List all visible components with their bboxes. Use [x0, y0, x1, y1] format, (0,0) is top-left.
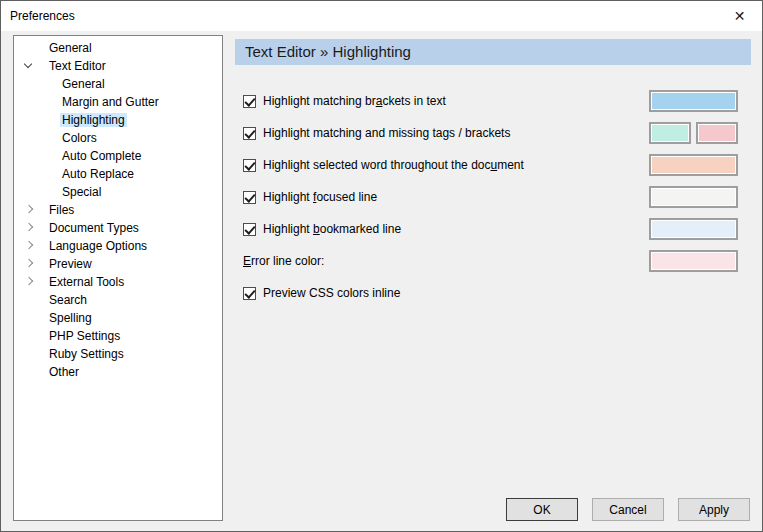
setting-label: Highlight bookmarked line	[263, 222, 401, 236]
checkbox-highlight-matching-brackets-in-text[interactable]	[243, 95, 256, 108]
color-swatch-highlight-selected-word-throughout-the-document[interactable]	[649, 154, 738, 176]
sidebar-item-general[interactable]: General	[14, 39, 222, 57]
setting-label: Highlight selected word throughout the d…	[263, 158, 524, 172]
sidebar-item-margin-and-gutter[interactable]: Margin and Gutter	[14, 93, 222, 111]
sidebar-item-other[interactable]: Other	[14, 363, 222, 381]
tree-item-label: Search	[47, 293, 89, 307]
sidebar-item-preview[interactable]: Preview	[14, 255, 222, 273]
sidebar-item-text-editor[interactable]: Text Editor	[14, 57, 222, 75]
page-title: Text Editor » Highlighting	[235, 39, 751, 65]
preferences-dialog: Preferences ✕ GeneralText EditorGeneralM…	[0, 0, 763, 532]
swatch-group	[649, 186, 738, 208]
sidebar-item-language-options[interactable]: Language Options	[14, 237, 222, 255]
setting-row-preview-css-colors-inline: Preview CSS colors inline	[235, 277, 751, 309]
setting-label: Highlight matching brackets in text	[263, 94, 446, 108]
chevron-right-icon[interactable]	[25, 259, 33, 267]
color-swatch-highlight-matching-brackets-in-text[interactable]	[649, 90, 738, 112]
setting-row-highlight-focused-line: Highlight focused line	[235, 181, 751, 213]
setting-label: Preview CSS colors inline	[263, 286, 400, 300]
sidebar-tree: GeneralText EditorGeneralMargin and Gutt…	[13, 35, 223, 521]
sidebar-item-highlighting[interactable]: Highlighting	[14, 111, 222, 129]
setting-label: Highlight matching and missing tags / br…	[263, 126, 510, 140]
tree-item-label: Auto Complete	[60, 149, 143, 163]
tree-item-label: Document Types	[47, 221, 141, 235]
sidebar-item-document-types[interactable]: Document Types	[14, 219, 222, 237]
tree-item-label: Ruby Settings	[47, 347, 126, 361]
sidebar-item-auto-replace[interactable]: Auto Replace	[14, 165, 222, 183]
checkbox-highlight-focused-line[interactable]	[243, 191, 256, 204]
close-icon: ✕	[734, 8, 746, 24]
color-swatch-highlight-matching-and-missing-tags-brackets-2[interactable]	[696, 122, 738, 144]
tree-item-label: Margin and Gutter	[60, 95, 161, 109]
apply-button[interactable]: Apply	[678, 498, 750, 521]
swatch-group	[649, 218, 738, 240]
sidebar-item-search[interactable]: Search	[14, 291, 222, 309]
tree-item-label: General	[47, 41, 94, 55]
sidebar-item-spelling[interactable]: Spelling	[14, 309, 222, 327]
sidebar-item-colors[interactable]: Colors	[14, 129, 222, 147]
sidebar-item-general[interactable]: General	[14, 75, 222, 93]
color-swatch-highlight-bookmarked-line[interactable]	[649, 218, 738, 240]
chevron-right-icon[interactable]	[25, 223, 33, 231]
tree-item-label: Language Options	[47, 239, 149, 253]
tree-item-label: PHP Settings	[47, 329, 122, 343]
tree-item-label: Preview	[47, 257, 94, 271]
setting-label: Highlight focused line	[263, 190, 377, 204]
checkbox-highlight-selected-word-throughout-the-document[interactable]	[243, 159, 256, 172]
sidebar-item-special[interactable]: Special	[14, 183, 222, 201]
chevron-right-icon[interactable]	[25, 241, 33, 249]
window-title: Preferences	[1, 9, 75, 23]
tree-item-label: Other	[47, 365, 81, 379]
tree-item-label: Spelling	[47, 311, 94, 325]
tree-item-label: General	[60, 77, 107, 91]
swatch-group	[649, 90, 738, 112]
cancel-button[interactable]: Cancel	[592, 498, 664, 521]
tree-item-label: Colors	[60, 131, 99, 145]
sidebar-item-auto-complete[interactable]: Auto Complete	[14, 147, 222, 165]
swatch-group	[649, 154, 738, 176]
color-swatch-highlight-matching-and-missing-tags-brackets-1[interactable]	[649, 122, 691, 144]
settings-rows: Highlight matching brackets in textHighl…	[235, 85, 751, 309]
sidebar-item-files[interactable]: Files	[14, 201, 222, 219]
title-bar: Preferences ✕	[1, 1, 762, 31]
tree-item-label: Files	[47, 203, 76, 217]
color-swatch-error-line-color[interactable]	[649, 250, 738, 272]
color-swatch-highlight-focused-line[interactable]	[649, 186, 738, 208]
tree-item-label: Highlighting	[60, 113, 127, 127]
setting-label: Error line color:	[243, 254, 324, 268]
setting-row-highlight-selected-word-throughout-the-document: Highlight selected word throughout the d…	[235, 149, 751, 181]
chevron-right-icon[interactable]	[25, 205, 33, 213]
chevron-right-icon[interactable]	[25, 277, 33, 285]
tree-item-label: Special	[60, 185, 103, 199]
checkbox-preview-css-colors-inline[interactable]	[243, 287, 256, 300]
swatch-group	[649, 122, 738, 144]
setting-row-highlight-matching-brackets-in-text: Highlight matching brackets in text	[235, 85, 751, 117]
setting-row-error-line-color: Error line color:	[235, 245, 751, 277]
setting-row-highlight-matching-and-missing-tags-brackets: Highlight matching and missing tags / br…	[235, 117, 751, 149]
setting-row-highlight-bookmarked-line: Highlight bookmarked line	[235, 213, 751, 245]
tree-item-label: Auto Replace	[60, 167, 136, 181]
checkbox-highlight-bookmarked-line[interactable]	[243, 223, 256, 236]
sidebar-item-external-tools[interactable]: External Tools	[14, 273, 222, 291]
sidebar-item-php-settings[interactable]: PHP Settings	[14, 327, 222, 345]
tree-item-label: Text Editor	[47, 59, 108, 73]
close-button[interactable]: ✕	[717, 1, 762, 31]
checkbox-highlight-matching-and-missing-tags-brackets[interactable]	[243, 127, 256, 140]
tree-item-label: External Tools	[47, 275, 126, 289]
footer-buttons: OKCancelApply	[506, 498, 750, 521]
settings-panel: Text Editor » Highlighting Highlight mat…	[235, 39, 751, 309]
ok-button[interactable]: OK	[506, 498, 578, 521]
swatch-group	[649, 250, 738, 272]
chevron-down-icon[interactable]	[24, 60, 32, 68]
sidebar-item-ruby-settings[interactable]: Ruby Settings	[14, 345, 222, 363]
